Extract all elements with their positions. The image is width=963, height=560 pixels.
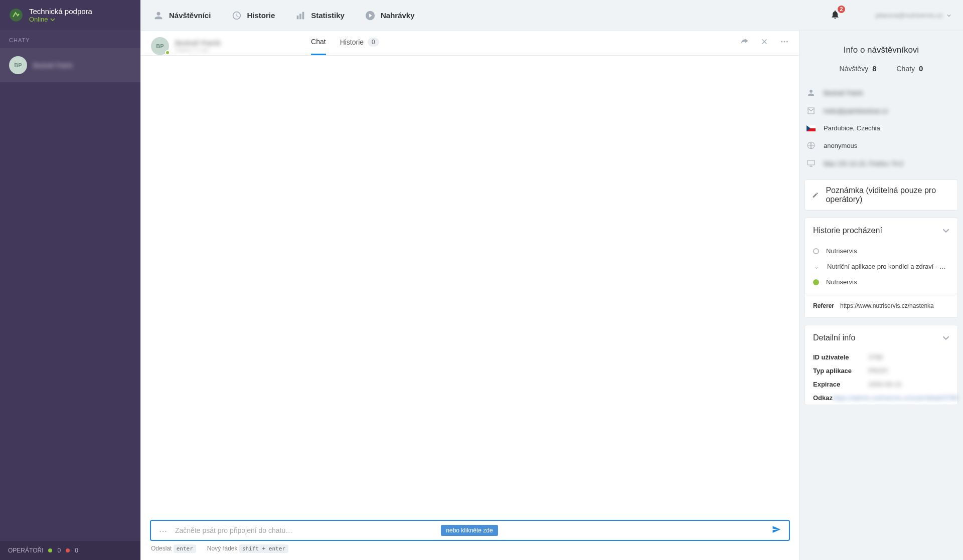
history-count-badge: 0 bbox=[368, 38, 379, 47]
avatar: BP bbox=[9, 56, 27, 74]
chevron-down-icon bbox=[942, 227, 949, 234]
visitors-icon bbox=[153, 10, 164, 21]
svg-rect-2 bbox=[299, 14, 301, 19]
sidebar-section-chats: CHATY bbox=[0, 30, 140, 48]
mail-icon bbox=[807, 106, 816, 115]
chat-header: BP Bednář Patrik Online | 1 min Chat His… bbox=[141, 31, 799, 56]
detail-row: ID uživatele3786 bbox=[805, 350, 957, 364]
nav-stats[interactable]: Statistiky bbox=[295, 10, 345, 21]
history-item[interactable]: Nutriservis bbox=[805, 243, 957, 259]
nav-visitors[interactable]: Návštěvníci bbox=[153, 10, 211, 21]
more-button[interactable] bbox=[780, 37, 789, 48]
play-icon bbox=[365, 10, 376, 21]
nav-history[interactable]: Historie bbox=[231, 10, 275, 21]
flag-czechia-icon bbox=[807, 125, 816, 131]
tab-history[interactable]: Historie 0 bbox=[340, 38, 379, 55]
history-item[interactable]: ⌄Nutriční aplikace pro kondici a zdraví … bbox=[805, 259, 957, 274]
history-icon bbox=[231, 10, 242, 21]
send-button[interactable] bbox=[769, 525, 784, 536]
note-card[interactable]: Poznámka (viditelná pouze pro operátory) bbox=[805, 179, 958, 211]
compose-hints: Odeslat enter Nový řádek shift + enter bbox=[150, 541, 790, 556]
sidebar: Technická podpora Online CHATY BP Bednář… bbox=[0, 0, 140, 560]
user-menu[interactable]: pilarova@nutriservis.cz bbox=[875, 12, 951, 19]
stats-icon bbox=[295, 10, 306, 21]
user-icon bbox=[807, 88, 816, 97]
status-dot-online bbox=[48, 548, 52, 552]
more-icon bbox=[780, 37, 789, 46]
globe-icon bbox=[807, 141, 816, 150]
detail-info-header[interactable]: Detailní info bbox=[805, 325, 957, 350]
sidebar-status[interactable]: Online bbox=[29, 16, 92, 23]
chat-list-item[interactable]: BP Bednář Patrik bbox=[0, 48, 140, 82]
history-item[interactable]: Nutriservis bbox=[805, 274, 957, 290]
detail-row: Expirace2050-09-15 bbox=[805, 378, 957, 391]
svg-rect-12 bbox=[808, 160, 815, 165]
chat-visitor-name: Bednář Patrik bbox=[175, 39, 221, 47]
compose-area: nebo klikněte zde Odeslat enter Nový řád… bbox=[141, 520, 799, 560]
monitor-icon bbox=[807, 159, 816, 168]
more-icon bbox=[159, 530, 167, 533]
browse-history-card: Historie procházení Nutriservis ⌄Nutričn… bbox=[805, 218, 958, 318]
detail-row: Typ aplikacePROFI bbox=[805, 364, 957, 378]
compose-more-button[interactable] bbox=[156, 526, 170, 535]
referer-row: Referer https://www.nutriservis.cz/naste… bbox=[805, 294, 957, 317]
nav-recordings[interactable]: Nahrávky bbox=[365, 10, 415, 21]
info-system-row: Mac OS 10.15, Firefox 74.0 bbox=[805, 154, 958, 172]
send-icon bbox=[772, 525, 781, 534]
chat-messages-area bbox=[141, 56, 799, 520]
chevron-down-icon bbox=[947, 14, 951, 18]
info-name-row: Bednář Patrik bbox=[805, 84, 958, 102]
avatar: BP bbox=[151, 37, 169, 55]
close-icon bbox=[760, 37, 769, 46]
sidebar-title: Technická podpora bbox=[29, 7, 92, 16]
svg-point-10 bbox=[165, 531, 167, 532]
svg-point-5 bbox=[781, 41, 782, 43]
presence-indicator bbox=[165, 50, 170, 55]
top-nav: Návštěvníci Historie Statistiky Nahrávky… bbox=[141, 0, 963, 31]
compose-click-chip[interactable]: nebo klikněte zde bbox=[441, 525, 498, 536]
edit-icon bbox=[812, 191, 819, 199]
svg-point-6 bbox=[784, 41, 785, 43]
chat-list-name: Bednář Patrik bbox=[33, 62, 73, 69]
notifications-count: 2 bbox=[838, 6, 846, 13]
detail-row: Odkazhttps://admin.nutriservis.cz/user/d… bbox=[805, 391, 957, 405]
info-pane-title: Info o návštěvníkovi bbox=[805, 38, 958, 64]
svg-rect-3 bbox=[302, 12, 304, 19]
svg-point-9 bbox=[163, 531, 164, 532]
chevron-down-icon bbox=[50, 17, 55, 22]
app-logo bbox=[9, 8, 23, 22]
chat-panel: BP Bednář Patrik Online | 1 min Chat His… bbox=[141, 31, 799, 560]
sidebar-header: Technická podpora Online bbox=[0, 0, 140, 30]
status-dot-busy bbox=[66, 548, 70, 552]
forward-icon bbox=[740, 37, 749, 46]
operators-label: OPERÁTOŘI bbox=[8, 547, 43, 554]
compose-input[interactable] bbox=[175, 526, 436, 534]
visitor-info-pane: Info o návštěvníkovi Návštěvy8 Chaty0 Be… bbox=[799, 31, 963, 560]
svg-point-7 bbox=[786, 41, 788, 43]
forward-button[interactable] bbox=[740, 37, 749, 48]
close-button[interactable] bbox=[760, 37, 769, 48]
info-email-row: hello@patrikbednar.cz bbox=[805, 102, 958, 120]
chevron-down-icon bbox=[942, 334, 949, 341]
notifications-bell[interactable]: 2 bbox=[830, 10, 840, 22]
tab-chat[interactable]: Chat bbox=[311, 38, 326, 55]
browse-history-header[interactable]: Historie procházení bbox=[805, 218, 957, 243]
info-counters: Návštěvy8 Chaty0 bbox=[805, 64, 958, 73]
info-location-row: Pardubice, Czechia bbox=[805, 120, 958, 136]
info-referrer-type-row: anonymous bbox=[805, 136, 958, 154]
svg-rect-1 bbox=[297, 16, 299, 19]
svg-point-0 bbox=[10, 9, 23, 22]
detail-info-card: Detailní info ID uživatele3786 Typ aplik… bbox=[805, 325, 958, 405]
chat-visitor-status: Online | 1 min bbox=[175, 47, 221, 53]
svg-point-8 bbox=[159, 531, 161, 532]
operators-footer[interactable]: OPERÁTOŘI 0 0 bbox=[0, 541, 140, 560]
